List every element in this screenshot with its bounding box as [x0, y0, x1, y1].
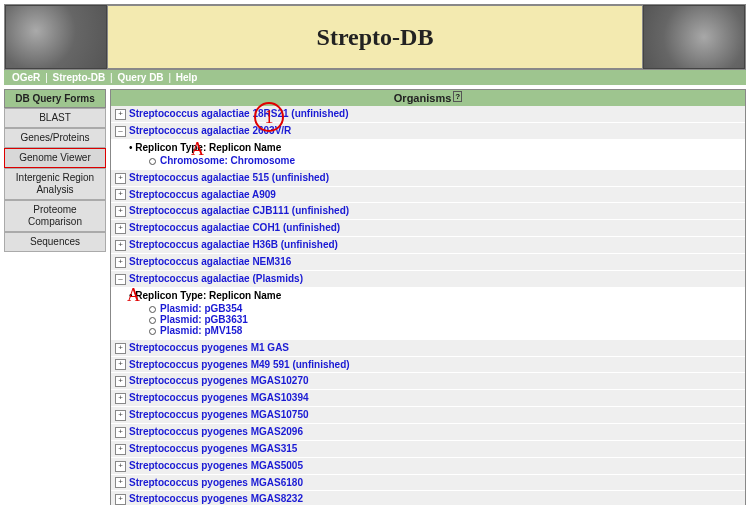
organism-row: +Streptococcus agalactiae CJB111 (unfini… [111, 203, 745, 220]
header-image-left [5, 5, 107, 69]
app-title: Strepto-DB [107, 5, 643, 69]
replicon-link[interactable]: Plasmid: pGB3631 [160, 314, 248, 325]
expand-icon[interactable]: – [115, 274, 126, 285]
content-panel: Organisms? +Streptococcus agalactiae 18R… [110, 89, 746, 505]
replicon-block: • Replicon Type: Replicon NameChromosome… [111, 140, 745, 170]
expand-icon[interactable]: + [115, 223, 126, 234]
sidebar-item-sequences[interactable]: Sequences [4, 232, 106, 252]
expand-icon[interactable]: + [115, 376, 126, 387]
sidebar-item-blast[interactable]: BLAST [4, 108, 106, 128]
organism-link[interactable]: Streptococcus pyogenes MGAS8232 [129, 493, 303, 504]
sidebar-item-proteome-comparison[interactable]: Proteome Comparison [4, 200, 106, 232]
replicon-link[interactable]: Plasmid: pMV158 [160, 325, 242, 336]
expand-icon[interactable]: – [115, 126, 126, 137]
sidebar: DB Query Forms BLAST Genes/Proteins Geno… [4, 89, 106, 505]
expand-icon[interactable]: + [115, 393, 126, 404]
expand-icon[interactable]: + [115, 444, 126, 455]
replicon-item: Chromosome: Chromosome [149, 155, 741, 166]
organism-link[interactable]: Streptococcus agalactiae NEM316 [129, 256, 291, 267]
bullet-icon [149, 158, 156, 165]
organism-link[interactable]: Streptococcus pyogenes MGAS5005 [129, 460, 303, 471]
content-header: Organisms? [111, 90, 745, 106]
organism-row: +Streptococcus pyogenes MGAS5005 [111, 458, 745, 475]
content-title: Organisms [394, 92, 451, 104]
expand-icon[interactable]: + [115, 477, 126, 488]
sidebar-item-intergenic-region[interactable]: Intergenic Region Analysis [4, 168, 106, 200]
replicon-item: Plasmid: pGB354 [149, 303, 741, 314]
organism-row: +Streptococcus agalactiae 515 (unfinishe… [111, 170, 745, 187]
bullet-icon [149, 306, 156, 313]
organism-link[interactable]: Streptococcus agalactiae CJB111 (unfinis… [129, 205, 349, 216]
expand-icon[interactable]: + [115, 359, 126, 370]
expand-icon[interactable]: + [115, 109, 126, 120]
organism-row: –Streptococcus agalactiae (Plasmids) [111, 271, 745, 288]
organism-row: +Streptococcus pyogenes MGAS10394 [111, 390, 745, 407]
organism-link[interactable]: Streptococcus agalactiae H36B (unfinishe… [129, 239, 338, 250]
expand-icon[interactable]: + [115, 461, 126, 472]
organism-list: +Streptococcus agalactiae 18RS21 (unfini… [111, 106, 745, 505]
organism-row: +Streptococcus agalactiae COH1 (unfinish… [111, 220, 745, 237]
replicon-block: • Replicon Type: Replicon NamePlasmid: p… [111, 288, 745, 340]
expand-icon[interactable]: + [115, 240, 126, 251]
organism-link[interactable]: Streptococcus agalactiae 2603V/R [129, 125, 291, 136]
organism-link[interactable]: Streptococcus pyogenes M1 GAS [129, 342, 289, 353]
organism-link[interactable]: Streptococcus pyogenes MGAS10394 [129, 392, 309, 403]
organism-link[interactable]: Streptococcus agalactiae COH1 (unfinishe… [129, 222, 340, 233]
organism-row: +Streptococcus pyogenes MGAS10270 [111, 373, 745, 390]
organism-link[interactable]: Streptococcus pyogenes M49 591 (unfinish… [129, 359, 350, 370]
header-image-right [643, 5, 745, 69]
nav-link-querydb[interactable]: Query DB [117, 72, 163, 83]
organism-row: +Streptococcus agalactiae NEM316 [111, 254, 745, 271]
bullet-icon [149, 317, 156, 324]
expand-icon[interactable]: + [115, 206, 126, 217]
organism-link[interactable]: Streptococcus agalactiae (Plasmids) [129, 273, 303, 284]
organism-link[interactable]: Streptococcus pyogenes MGAS315 [129, 443, 297, 454]
nav-link-oger[interactable]: OGeR [12, 72, 40, 83]
organism-link[interactable]: Streptococcus agalactiae 515 (unfinished… [129, 172, 329, 183]
organism-link[interactable]: Streptococcus pyogenes MGAS2096 [129, 426, 303, 437]
organism-row: +Streptococcus pyogenes MGAS6180 [111, 475, 745, 492]
expand-icon[interactable]: + [115, 257, 126, 268]
organism-row: +Streptococcus pyogenes MGAS2096 [111, 424, 745, 441]
nav-link-help[interactable]: Help [176, 72, 198, 83]
bullet-icon [149, 328, 156, 335]
replicon-item: Plasmid: pMV158 [149, 325, 741, 336]
organism-row: +Streptococcus pyogenes MGAS8232 [111, 491, 745, 505]
organism-row: +Streptococcus agalactiae 18RS21 (unfini… [111, 106, 745, 123]
replicon-header: • Replicon Type: Replicon Name [129, 290, 741, 301]
expand-icon[interactable]: + [115, 173, 126, 184]
expand-icon[interactable]: + [115, 427, 126, 438]
header: Strepto-DB [4, 4, 746, 70]
replicon-header: • Replicon Type: Replicon Name [129, 142, 741, 153]
expand-icon[interactable]: + [115, 189, 126, 200]
replicon-link[interactable]: Chromosome: Chromosome [160, 155, 295, 166]
expand-icon[interactable]: + [115, 494, 126, 505]
help-icon[interactable]: ? [453, 91, 462, 102]
replicon-item: Plasmid: pGB3631 [149, 314, 741, 325]
organism-link[interactable]: Streptococcus pyogenes MGAS10270 [129, 375, 309, 386]
organism-link[interactable]: Streptococcus agalactiae 18RS21 (unfinis… [129, 108, 349, 119]
organism-row: +Streptococcus agalactiae H36B (unfinish… [111, 237, 745, 254]
sidebar-item-genome-viewer[interactable]: Genome Viewer [4, 148, 106, 168]
navbar: OGeR | Strepto-DB | Query DB | Help [4, 70, 746, 85]
organism-link[interactable]: Streptococcus pyogenes MGAS10750 [129, 409, 309, 420]
organism-row: –Streptococcus agalactiae 2603V/R [111, 123, 745, 140]
expand-icon[interactable]: + [115, 410, 126, 421]
replicon-link[interactable]: Plasmid: pGB354 [160, 303, 242, 314]
nav-link-streptodb[interactable]: Strepto-DB [53, 72, 106, 83]
expand-icon[interactable]: + [115, 343, 126, 354]
organism-row: +Streptococcus pyogenes M1 GAS [111, 340, 745, 357]
sidebar-header: DB Query Forms [4, 89, 106, 108]
organism-row: +Streptococcus pyogenes MGAS10750 [111, 407, 745, 424]
organism-row: +Streptococcus agalactiae A909 [111, 187, 745, 204]
organism-row: +Streptococcus pyogenes M49 591 (unfinis… [111, 357, 745, 374]
organism-link[interactable]: Streptococcus agalactiae A909 [129, 189, 276, 200]
sidebar-item-genes-proteins[interactable]: Genes/Proteins [4, 128, 106, 148]
organism-link[interactable]: Streptococcus pyogenes MGAS6180 [129, 477, 303, 488]
organism-row: +Streptococcus pyogenes MGAS315 [111, 441, 745, 458]
